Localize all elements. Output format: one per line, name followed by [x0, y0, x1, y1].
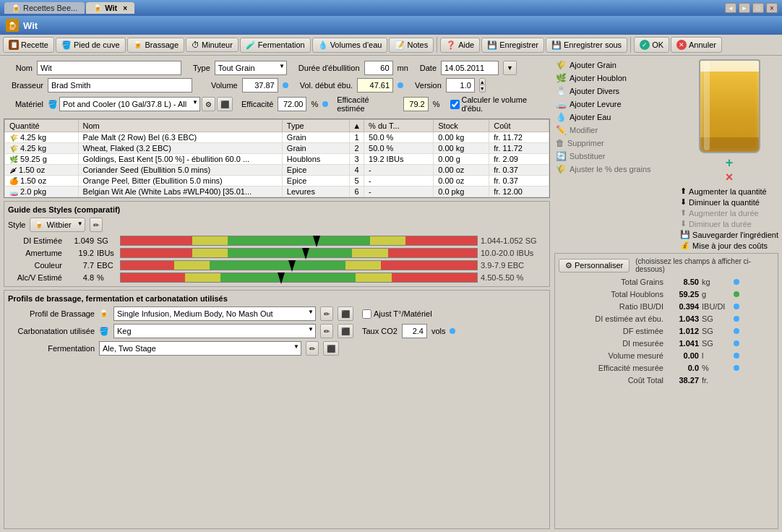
efficacite-est-input[interactable] [403, 97, 429, 111]
fermentation-select[interactable]: Ale, Two Stage [99, 341, 301, 356]
personnaliser-button[interactable]: ⚙ Personnaliser [559, 259, 630, 273]
table-row[interactable]: 🌿 59.25 g Goldings, East Kent [5.00 %] -… [5, 154, 549, 165]
gauge-range: 3.9-7.9 EBC [481, 261, 546, 270]
modifier-icon: ✏️ [556, 125, 567, 135]
supprimer-btn[interactable]: 🗑 Supprimer [554, 137, 676, 149]
minuteur-label: Minuteur [202, 40, 233, 49]
sauvegarder-ing-btn[interactable]: 💾 Sauvegarder l'ingrédient [680, 230, 778, 239]
efficacite-dot [322, 101, 328, 107]
col-sort[interactable]: ▲ [350, 120, 364, 132]
col-pct[interactable]: % du T... [364, 120, 434, 132]
ajouter-grain-btn[interactable]: 🌾 Ajouter Grain [554, 59, 676, 71]
minuteur-button[interactable]: ⏱ Minuteur [186, 38, 239, 52]
calc-volume-checkbox-label[interactable]: Calculer le volume d'ébu. [450, 95, 550, 113]
volume-input[interactable] [242, 78, 278, 93]
table-row[interactable]: 🍊 1.50 oz Orange Peel, Bitter (Ebullitio… [5, 176, 549, 186]
table-row[interactable]: 🌾 4.25 kg Pale Malt (2 Row) Bel (6.3 EBC… [5, 132, 549, 143]
col-quantite[interactable]: Quantité [5, 120, 79, 132]
taux-co2-input[interactable] [402, 324, 427, 338]
minuteur-icon: ⏱ [192, 40, 199, 49]
date-input[interactable] [441, 61, 499, 75]
materiel-edit-button[interactable]: ⚙ [202, 97, 215, 111]
col-nom[interactable]: Nom [78, 120, 282, 132]
recette-button[interactable]: 📋 Recette [3, 37, 54, 53]
style-select-btn[interactable]: 🍺 Witbier ▼ [30, 218, 85, 232]
stats-row: Coût Total 38.27 fr. [559, 376, 774, 385]
ok-button[interactable]: ✓ OK [634, 37, 669, 53]
window-tab-active[interactable]: 🍺 Wit × [86, 2, 134, 14]
ajouter-houblon-btn[interactable]: 🌿 Ajouter Houblon [554, 72, 676, 84]
carb-edit-btn[interactable]: ✏ [320, 324, 333, 338]
brassage-icon: 🍺 [133, 40, 143, 50]
calc-volume-checkbox[interactable] [450, 100, 460, 109]
nom-input[interactable] [37, 61, 181, 75]
pied-button[interactable]: 🪣 Pied de cuve [56, 38, 126, 53]
ajust-checkbox[interactable] [362, 309, 371, 319]
brassage-detail-btn[interactable]: ⬛ [338, 306, 353, 321]
augmenter-qty-btn[interactable]: ⬆ Augmenter la quantité [680, 186, 778, 196]
carbonatation-select[interactable]: Keg [113, 324, 316, 338]
ajust-checkbox-label[interactable]: Ajust T°/Matériel [362, 309, 432, 319]
ferm-edit-btn[interactable]: ✏ [306, 341, 319, 356]
enregistrer-sous-label: Enregistrer sous [564, 40, 622, 49]
col-stock[interactable]: Stock [434, 120, 489, 132]
version-spinner[interactable]: ▲ ▼ [479, 78, 486, 93]
augmenter-duree-btn[interactable]: ⬆ Augmenter la durée [680, 208, 778, 218]
fermentation-button[interactable]: 🧪 Fermentation [240, 38, 311, 53]
ajouter-levure-btn[interactable]: 🧫 Ajouter Levure [554, 98, 676, 110]
efficacite-input[interactable] [278, 97, 306, 111]
annuler-icon: ✕ [676, 40, 687, 50]
win-maximize[interactable]: □ [752, 3, 764, 13]
ferm-detail-btn[interactable]: ⬛ [323, 341, 339, 356]
ajuster-btn[interactable]: 🌾 Ajuster le % des grains [554, 163, 676, 175]
ajouter-divers-btn[interactable]: 🧂 Ajouter Divers [554, 85, 676, 97]
col-cout[interactable]: Coût [489, 120, 549, 132]
save-ing-icon: 💾 [680, 230, 690, 239]
substituer-icon: 🔄 [556, 151, 567, 161]
win-arrow-right[interactable]: ► [739, 3, 750, 13]
volumes-label: Volumes d'eau [330, 40, 382, 49]
remove-glass-button[interactable]: × [726, 171, 734, 184]
enregistrer-button[interactable]: 💾 Enregistrer [481, 38, 544, 53]
diminuer-duree-btn[interactable]: ⬇ Diminuer la durée [680, 219, 778, 228]
carb-detail-btn[interactable]: ⬛ [338, 324, 353, 338]
col-type[interactable]: Type [282, 120, 349, 132]
substituer-btn[interactable]: 🔄 Substituer [554, 150, 676, 162]
volumes-button[interactable]: 💧 Volumes d'eau [312, 38, 388, 53]
stats-row: Total Houblons 59.25 g [559, 290, 774, 299]
table-row[interactable]: 🌾 4.25 kg Wheat, Flaked (3.2 EBC) Grain … [5, 143, 549, 154]
ajouter-eau-btn[interactable]: 💧 Ajouter Eau [554, 111, 676, 123]
table-row[interactable]: 🧫 2.0 pkg Belgian Wit Ale (White Labs #W… [5, 186, 549, 197]
app-title: Wit [23, 20, 38, 31]
duree-input[interactable] [364, 61, 393, 75]
notes-button[interactable]: 📝 Notes [389, 38, 434, 53]
brassage-button[interactable]: 🍺 Brassage [127, 38, 184, 53]
diminuer-qty-btn[interactable]: ⬇ Diminuer la quantité [680, 197, 778, 207]
brassage-select[interactable]: Single Infusion, Medium Body, No Mash Ou… [113, 306, 316, 321]
win-arrow-left[interactable]: ◄ [725, 3, 736, 13]
version-input[interactable] [446, 78, 475, 93]
brassage-edit-btn[interactable]: ✏ [320, 306, 333, 321]
stats-unit: fr. [702, 376, 731, 385]
table-row[interactable]: 🌶 1.50 oz Coriander Seed (Ebullition 5.0… [5, 165, 549, 176]
type-select[interactable]: Tout Grain Extrait Partiel [215, 61, 287, 75]
tab-close-icon[interactable]: × [123, 4, 127, 12]
annuler-button[interactable]: ✕ Annuler [671, 37, 722, 53]
materiel-detail-button[interactable]: ⬛ [217, 97, 233, 111]
maj-couts-btn[interactable]: 💰 Mise à jour des coûts [680, 241, 778, 250]
brasseur-input[interactable] [48, 78, 192, 93]
annuler-label: Annuler [689, 40, 716, 49]
style-edit-button[interactable]: ✏ [90, 218, 103, 232]
enregistrer-sous-button[interactable]: 💾 Enregistrer sous [546, 38, 627, 53]
modifier-btn[interactable]: ✏️ Modifier [554, 124, 676, 136]
style-row: Amertume 19.2 IBUs 10.0-20.0 IBUs [8, 248, 546, 258]
row-icon: 🌿 [9, 155, 18, 163]
date-picker-button[interactable]: ▼ [503, 61, 517, 75]
materiel-select[interactable]: Pot and Cooler (10 Gal/37.8 L) - All G [59, 97, 200, 111]
style-row-label: Amertume [8, 249, 62, 257]
add-glass-button[interactable]: + [726, 156, 734, 169]
vol-debut-input[interactable] [357, 78, 393, 93]
win-close[interactable]: × [766, 3, 778, 13]
window-tab-inactive[interactable]: 🍺 Recettes Bee... [4, 2, 85, 14]
aide-button[interactable]: ❓ Aide [440, 38, 480, 53]
